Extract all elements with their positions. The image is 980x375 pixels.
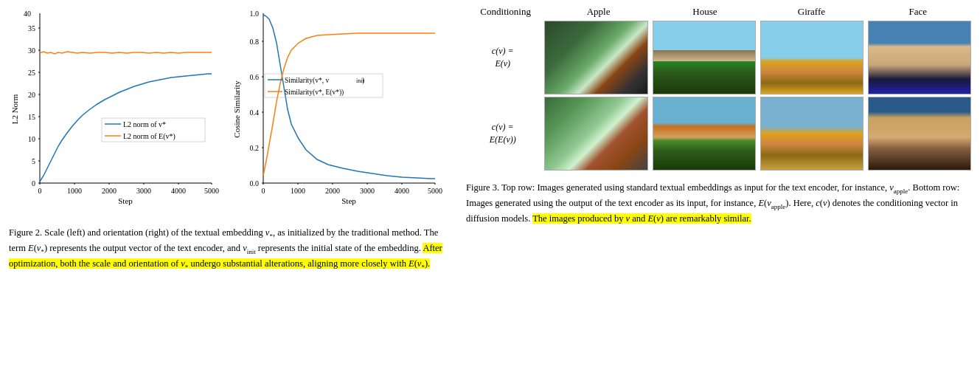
table-row-2: c(v) =E(E(v)) (466, 97, 971, 171)
svg-text:L2 Norm: L2 Norm (10, 94, 19, 124)
svg-text:5000: 5000 (428, 187, 442, 195)
svg-text:0.0: 0.0 (250, 179, 260, 188)
svg-text:15: 15 (28, 113, 35, 121)
cosine-similarity-chart: 0.0 0.2 0.4 0.6 0.8 1.0 0 1000 2000 3000… (232, 6, 448, 220)
image-face-bot (868, 97, 971, 171)
conditioning-header: Conditioning (466, 6, 545, 18)
row2-label: c(v) =E(E(v)) (466, 121, 542, 146)
svg-text:5000: 5000 (204, 187, 219, 195)
image-face-top (868, 21, 971, 94)
house-header: House (652, 6, 758, 18)
svg-text:25: 25 (28, 69, 35, 77)
svg-text:0.6: 0.6 (250, 73, 260, 81)
row1-label: c(v) =E(v) (466, 45, 542, 70)
svg-text:0: 0 (32, 179, 35, 188)
image-apple-bot (544, 97, 647, 171)
image-house-bot (653, 97, 756, 171)
image-giraffe-top (760, 21, 863, 94)
svg-text:Step: Step (341, 196, 356, 205)
svg-text:): ) (362, 77, 364, 85)
svg-text:0: 0 (38, 187, 42, 195)
svg-text:4000: 4000 (395, 187, 409, 195)
svg-text:0.8: 0.8 (250, 38, 260, 46)
table-row-1: c(v) =E(v) (466, 21, 971, 94)
svg-text:2000: 2000 (325, 187, 340, 195)
svg-text:5: 5 (32, 157, 35, 165)
svg-text:3000: 3000 (360, 187, 375, 195)
svg-text:35: 35 (28, 24, 35, 32)
svg-text:30: 30 (28, 47, 35, 55)
apple-header: Apple (545, 6, 651, 18)
face-header: Face (865, 6, 971, 18)
table-header: Conditioning Apple House Giraffe Face (466, 6, 971, 18)
figure2-caption: Figure 2. Scale (left) and orientation (… (9, 226, 448, 272)
svg-text:Similarity(v*, E(v*)): Similarity(v*, E(v*)) (285, 89, 344, 97)
svg-text:1.0: 1.0 (250, 10, 260, 18)
image-giraffe-bot (760, 97, 863, 171)
svg-text:Similarity(v*, v: Similarity(v*, v (285, 77, 329, 85)
charts-row: 0 5 10 15 20 25 30 35 40 0 100 (9, 6, 448, 220)
svg-text:2000: 2000 (102, 187, 117, 195)
l2-norm-chart: 0 5 10 15 20 25 30 35 40 0 100 (9, 6, 225, 220)
figure3-table: Conditioning Apple House Giraffe Face c(… (466, 6, 971, 171)
caption-prefix: Figure 2. Scale (left) and orientation (… (9, 227, 438, 253)
giraffe-header: Giraffe (758, 6, 864, 18)
svg-text:0: 0 (262, 187, 265, 195)
image-apple-top (544, 21, 647, 94)
right-panel: Conditioning Apple House Giraffe Face c(… (457, 0, 980, 375)
svg-text:0.2: 0.2 (250, 144, 260, 152)
svg-text:0.4: 0.4 (250, 109, 260, 117)
svg-text:3000: 3000 (136, 187, 151, 195)
svg-text:10: 10 (28, 135, 35, 143)
svg-text:20: 20 (28, 91, 35, 99)
image-house-top (653, 21, 756, 94)
svg-text:1000: 1000 (291, 187, 305, 195)
svg-text:L2 norm of v*: L2 norm of v* (123, 120, 166, 128)
svg-text:Cosine Similarity: Cosine Similarity (232, 80, 241, 138)
left-panel: 0 5 10 15 20 25 30 35 40 0 100 (0, 0, 457, 375)
caption3-highlight: The images produced by v and E(v) are re… (532, 213, 751, 224)
svg-text:1000: 1000 (67, 187, 82, 195)
svg-text:L2 norm of E(v*): L2 norm of E(v*) (123, 132, 176, 141)
svg-text:40: 40 (24, 10, 31, 18)
svg-text:4000: 4000 (171, 187, 186, 195)
figure3-caption: Figure 3. Top row: Images generated usin… (466, 181, 971, 226)
svg-text:Step: Step (118, 196, 133, 205)
